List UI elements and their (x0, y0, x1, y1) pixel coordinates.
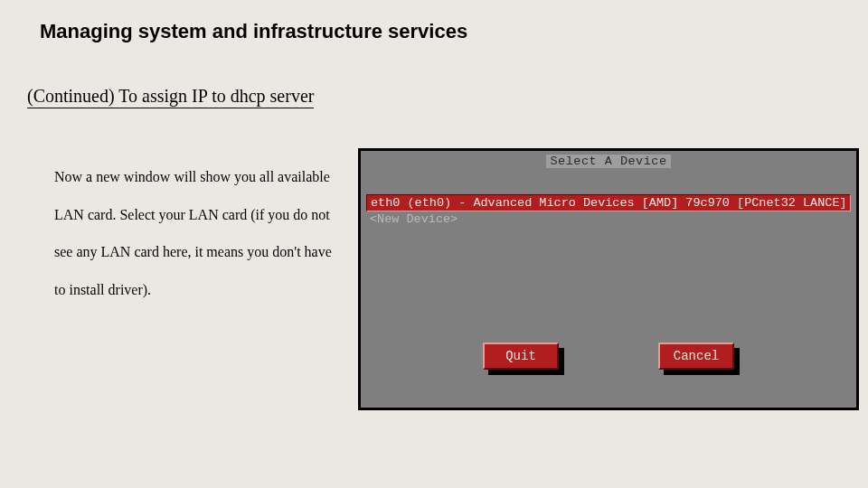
slide-title: Managing system and infrastructure servi… (40, 20, 467, 43)
terminal-screenshot: Select A Device eth0 (eth0) - Advanced M… (358, 148, 859, 410)
terminal-heading-row: Select A Device (361, 155, 856, 168)
cancel-button-face: Cancel (658, 343, 734, 370)
quit-button[interactable]: Quit (483, 343, 559, 370)
terminal-button-row: Quit Cancel (361, 343, 856, 370)
slide-subtitle: (Continued) To assign IP to dhcp server (27, 86, 314, 108)
slide: Managing system and infrastructure servi… (0, 0, 868, 488)
body-paragraph: Now a new window will show you all avail… (54, 158, 344, 308)
quit-button-label: Quit (505, 349, 536, 363)
cancel-button-label: Cancel (674, 349, 719, 363)
device-item-eth0[interactable]: eth0 (eth0) - Advanced Micro Devices [AM… (366, 194, 851, 211)
device-list: eth0 (eth0) - Advanced Micro Devices [AM… (366, 194, 851, 227)
terminal-heading: Select A Device (546, 155, 670, 168)
quit-button-face: Quit (483, 343, 559, 370)
terminal-window: Select A Device eth0 (eth0) - Advanced M… (360, 150, 857, 408)
cancel-button[interactable]: Cancel (658, 343, 734, 370)
device-item-new-device[interactable]: <New Device> (366, 211, 851, 227)
